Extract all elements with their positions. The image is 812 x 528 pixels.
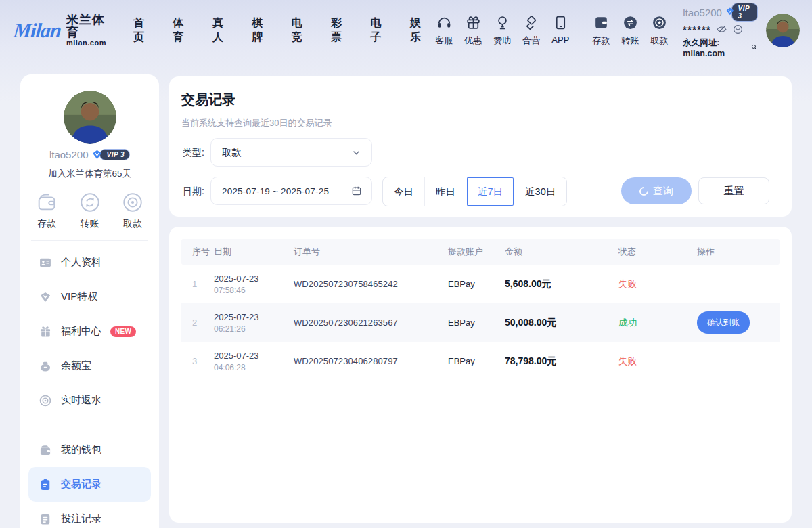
transfer-button[interactable]: 转账 <box>616 14 644 47</box>
nav-link-esports[interactable]: 电竞 <box>292 16 311 45</box>
sponsor-button[interactable]: 赞助 <box>488 14 516 47</box>
sidebar-item-my-wallet-label: 我的钱包 <box>61 443 102 456</box>
deposit-label: 存款 <box>592 35 610 47</box>
row-amount: 50,008.00元 <box>505 317 618 329</box>
top-navbar: Milan 米兰体育 milan.com 首页 体育 真人 棋牌 电竞 彩票 电… <box>0 0 812 61</box>
sidebar-item-rebate-label: 实时返水 <box>61 394 102 407</box>
welfare-icon <box>39 325 52 338</box>
table-row: 1 2025-07-23 07:58:46 WD2025072307584652… <box>181 265 780 303</box>
sidebar-avatar[interactable] <box>64 91 116 144</box>
range-last30days-button[interactable]: 近30日 <box>514 177 566 206</box>
sidebar-username: ltao5200 <box>49 149 89 160</box>
sidebar-item-bet-records[interactable]: 投注记录 <box>28 502 151 528</box>
sidebar-item-yuebao[interactable]: 余额宝 <box>28 349 151 383</box>
deposit-button[interactable]: 存款 <box>587 14 615 47</box>
sidebar-item-rebate[interactable]: 实时返水 <box>28 383 151 418</box>
promo-button[interactable]: 优惠 <box>459 14 487 47</box>
row-datetime: 2025-07-23 07:58:46 <box>214 273 294 295</box>
partner-label: 合营 <box>522 35 540 47</box>
sponsor-icon <box>494 14 511 31</box>
wallet-icon <box>39 443 52 457</box>
nav-link-sports[interactable]: 体育 <box>173 16 192 45</box>
row-no: 2 <box>181 317 214 328</box>
app-label: APP <box>551 35 569 45</box>
sidebar-deposit-button[interactable]: 存款 <box>35 191 58 230</box>
vip-level-label: VIP 3 <box>731 3 758 22</box>
reset-button[interactable]: 重置 <box>698 177 769 204</box>
row-order-no: WD202507230621263567 <box>294 317 448 328</box>
type-select-value: 取款 <box>222 146 351 159</box>
new-badge: NEW <box>110 326 136 337</box>
table-row: 2 2025-07-23 06:21:26 WD2025072306212635… <box>181 303 780 342</box>
profile-icon <box>39 256 52 269</box>
sidebar-item-welfare[interactable]: 福利中心 NEW <box>28 314 151 349</box>
query-button[interactable]: 查询 <box>621 177 692 204</box>
nav-link-lottery[interactable]: 彩票 <box>331 16 351 45</box>
withdraw-icon <box>651 14 668 31</box>
nav-link-home[interactable]: 首页 <box>133 16 153 45</box>
sidebar: ltao5200 VIP 3 加入米兰体育第65天 存款 转账 取款 <box>20 74 159 528</box>
sidebar-item-transaction-records[interactable]: 交易记录 <box>28 467 151 502</box>
col-header-status: 状态 <box>618 246 697 258</box>
sidebar-item-my-wallet[interactable]: 我的钱包 <box>28 433 151 467</box>
range-yesterday-button[interactable]: 昨日 <box>424 177 466 206</box>
avatar[interactable] <box>766 14 800 47</box>
nav-link-chess[interactable]: 棋牌 <box>252 16 271 45</box>
page-subtitle: 当前系统支持查询最近30日的交易记录 <box>181 117 332 129</box>
phone-icon <box>552 14 569 31</box>
row-date: 2025-07-23 <box>214 351 294 361</box>
partner-button[interactable]: 合营 <box>517 14 545 47</box>
row-amount: 78,798.00元 <box>505 355 618 368</box>
sidebar-withdraw-button[interactable]: 取款 <box>121 191 144 230</box>
row-order-no: WD202507230758465242 <box>294 279 448 289</box>
page-title: 交易记录 <box>181 91 235 109</box>
nav-link-entertainment[interactable]: 娱乐 <box>410 16 430 45</box>
service-button[interactable]: 客服 <box>430 14 458 47</box>
bet-record-icon <box>39 512 52 526</box>
date-range-input[interactable]: 2025-07-19 ~ 2025-07-25 <box>210 177 372 205</box>
brand-logo-script: Milan <box>12 19 62 42</box>
promo-label: 优惠 <box>464 35 482 47</box>
row-account: EBPay <box>448 279 505 289</box>
main-nav: 首页 体育 真人 棋牌 电竞 彩票 电子 娱乐 <box>133 16 430 45</box>
user-info-block: ltao5200 VIP 3 ****** 永久网址: milan.c <box>683 3 758 58</box>
nav-link-slots[interactable]: 电子 <box>371 16 390 45</box>
sidebar-item-profile[interactable]: 个人资料 <box>28 245 151 280</box>
range-today-button[interactable]: 今日 <box>383 177 424 206</box>
sidebar-transfer-label: 转账 <box>81 218 99 230</box>
col-header-amount: 金额 <box>505 246 618 258</box>
refresh-balance-icon[interactable] <box>732 24 744 35</box>
withdraw-button[interactable]: 取款 <box>645 14 673 47</box>
row-time: 07:58:46 <box>214 286 294 295</box>
brand-logo[interactable]: Milan 米兰体育 milan.com <box>14 14 113 47</box>
app-button[interactable]: APP <box>546 14 574 47</box>
sidebar-item-vip[interactable]: VIP特权 <box>28 280 151 314</box>
confirm-received-button[interactable]: 确认到账 <box>697 311 750 334</box>
row-order-no: WD202507230406280797 <box>294 356 448 366</box>
sidebar-withdraw-label: 取款 <box>123 218 142 230</box>
partner-icon <box>523 14 540 31</box>
row-status: 失败 <box>618 355 697 368</box>
transfer-icon <box>622 14 639 31</box>
sidebar-transfer-button[interactable]: 转账 <box>78 191 102 230</box>
deposit-icon <box>35 191 58 214</box>
sidebar-item-bet-records-label: 投注记录 <box>61 512 102 525</box>
row-no: 3 <box>181 356 214 366</box>
vip-badge: VIP 3 <box>725 3 758 22</box>
eye-off-icon[interactable] <box>716 24 727 35</box>
row-datetime: 2025-07-23 04:06:28 <box>214 351 294 372</box>
sidebar-item-vip-label: VIP特权 <box>61 290 97 303</box>
masked-balance: ****** <box>683 24 711 35</box>
withdraw-icon <box>121 191 144 214</box>
magnifier-icon[interactable] <box>750 43 758 53</box>
row-amount: 5,608.00元 <box>505 278 618 290</box>
range-last7days-button[interactable]: 近7日 <box>466 177 514 206</box>
row-time: 06:21:26 <box>214 324 294 334</box>
nav-link-live-casino[interactable]: 真人 <box>212 16 232 45</box>
sidebar-vip-badge: VIP 3 <box>91 149 130 160</box>
date-range-value: 2025-07-19 ~ 2025-07-25 <box>222 186 351 196</box>
username: ltao5200 <box>683 7 722 18</box>
col-header-no: 序号 <box>181 246 214 258</box>
type-select[interactable]: 取款 <box>210 138 372 167</box>
row-time: 04:06:28 <box>214 363 294 372</box>
